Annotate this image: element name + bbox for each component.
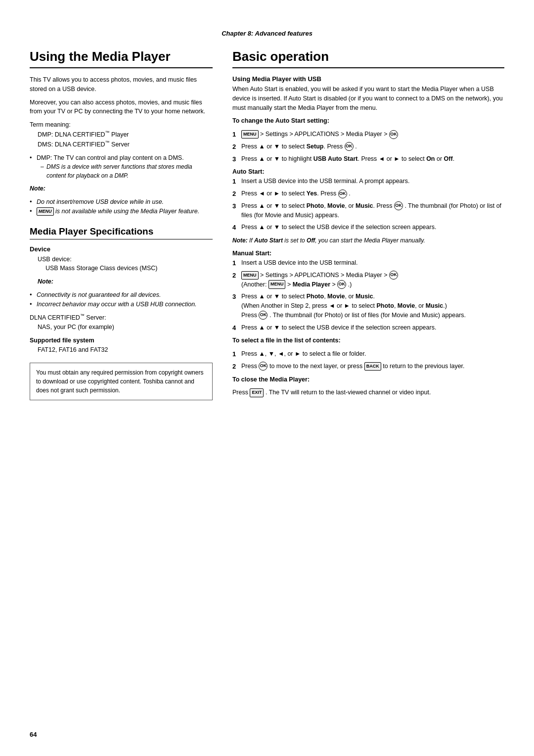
auto-start-heading: To change the Auto Start setting: bbox=[232, 116, 504, 126]
device-usb: USB device: USB Mass Storage Class devic… bbox=[38, 255, 213, 274]
change-step-1: 1 MENU > Settings > APPLICATIONS > Media… bbox=[232, 130, 504, 139]
supported-fs-label: Supported file system bbox=[30, 337, 213, 344]
ok-icon-manual2b: OK bbox=[337, 280, 346, 289]
page: Chapter 8: Advanced features Using the M… bbox=[0, 0, 534, 756]
menu-icon: MENU bbox=[37, 207, 54, 216]
menu-icon-manual2: MENU bbox=[241, 271, 259, 280]
device-label: Device bbox=[30, 245, 213, 253]
dmp-dms-list: DMP: The TV can control and play content… bbox=[30, 153, 213, 181]
ok-icon-auto3: OK bbox=[394, 201, 403, 210]
manual-step-4: 4 Press ▲ or ▼ to select the USB device … bbox=[232, 323, 504, 332]
back-icon: BACK bbox=[364, 362, 381, 371]
manual-step-1: 1 Insert a USB device into the USB termi… bbox=[232, 258, 504, 268]
ok-icon-step1: OK bbox=[389, 130, 398, 139]
auto-off-note: Note: If Auto Start is set to Off, you c… bbox=[232, 236, 504, 245]
usb-intro: When Auto Start is enabled, you will be … bbox=[232, 85, 504, 112]
manual-start-steps: 1 Insert a USB device into the USB termi… bbox=[232, 258, 504, 332]
auto-step-3: 3 Press ▲ or ▼ to select Photo, Movie, o… bbox=[232, 201, 504, 220]
term-meaning-label: Term meaning: DMP: DLNA CERTIFIED™ Playe… bbox=[30, 120, 213, 149]
left-column: Using the Media Player This TV allows yo… bbox=[30, 49, 213, 401]
copyright-box: You must obtain any required permission … bbox=[30, 363, 213, 400]
intro-text-2: Moreover, you can also access photos, mo… bbox=[30, 98, 213, 117]
auto-start-change-steps: 1 MENU > Settings > APPLICATIONS > Media… bbox=[232, 130, 504, 163]
ok-icon-manual3: OK bbox=[259, 311, 267, 320]
using-media-player-title: Using the Media Player bbox=[30, 49, 213, 68]
exit-icon: EXIT bbox=[250, 388, 264, 397]
close-heading: To close the Media Player: bbox=[232, 375, 504, 384]
manual-step-2: 2 MENU > Settings > APPLICATIONS > Media… bbox=[232, 271, 504, 289]
auto-step-1: 1 Insert a USB device into the USB termi… bbox=[232, 177, 504, 186]
basic-operation-title: Basic operation bbox=[232, 49, 504, 68]
note-label: Note: bbox=[30, 184, 213, 193]
manual-start-label: Manual Start: bbox=[232, 250, 504, 257]
right-column: Basic operation Using Media Player with … bbox=[232, 49, 504, 401]
spec-title: Media Player Specifications bbox=[30, 226, 213, 239]
auto-step-4: 4 Press ▲ or ▼ to select the USB device … bbox=[232, 223, 504, 232]
page-number: 64 bbox=[30, 731, 37, 738]
menu-icon-manual2b: MENU bbox=[268, 280, 286, 289]
two-column-layout: Using the Media Player This TV allows yo… bbox=[30, 49, 504, 401]
close-text: Press EXIT . The TV will return to the l… bbox=[232, 388, 504, 397]
file-select-steps: 1 Press ▲, ▼, ◄, or ► to select a file o… bbox=[232, 349, 504, 371]
ok-icon-file2: OK bbox=[259, 362, 267, 371]
usb-section-title: Using Media Player with USB bbox=[232, 75, 504, 83]
change-step-2: 2 Press ▲ or ▼ to select Setup. Press OK… bbox=[232, 142, 504, 151]
note2-item-2: Incorrect behavior may occur with a USB … bbox=[30, 300, 213, 309]
file-select-heading: To select a file in the list of contents… bbox=[232, 336, 504, 345]
file-step-1: 1 Press ▲, ▼, ◄, or ► to select a file o… bbox=[232, 349, 504, 359]
menu-icon-step1: MENU bbox=[241, 130, 259, 139]
note2-list: Connectivity is not guaranteed for all d… bbox=[30, 290, 213, 309]
chapter-header: Chapter 8: Advanced features bbox=[30, 30, 504, 37]
auto-step-2: 2 Press ◄ or ► to select Yes. Press OK . bbox=[232, 189, 504, 198]
chapter-header-text: Chapter 8: Advanced features bbox=[222, 30, 312, 37]
note2-label: Note: bbox=[38, 277, 213, 286]
file-step-2: 2 Press OK to move to the next layer, or… bbox=[232, 362, 504, 371]
auto-start-steps: 1 Insert a USB device into the USB termi… bbox=[232, 177, 504, 232]
change-step-3: 3 Press ▲ or ▼ to highlight USB Auto Sta… bbox=[232, 154, 504, 164]
note-list: Do not insert/remove USB device while in… bbox=[30, 197, 213, 216]
note-item-2: MENU is not available while using the Me… bbox=[30, 207, 213, 216]
dms-italic-item: DMS is a device with server functions th… bbox=[37, 162, 213, 180]
auto-start-label: Auto Start: bbox=[232, 168, 504, 175]
dlna-server-text: DLNA CERTIFIED™ Server: NAS, your PC (fo… bbox=[30, 313, 213, 332]
supported-fs-value: FAT12, FAT16 and FAT32 bbox=[38, 345, 213, 355]
manual-step-3: 3 Press ▲ or ▼ to select Photo, Movie, o… bbox=[232, 292, 504, 320]
note-item-1: Do not insert/remove USB device while in… bbox=[30, 197, 213, 207]
note2-item-1: Connectivity is not guaranteed for all d… bbox=[30, 290, 213, 300]
ok-icon-step2: OK bbox=[345, 142, 354, 151]
ok-icon-auto2: OK bbox=[338, 189, 347, 198]
intro-text-1: This TV allows you to access photos, mov… bbox=[30, 75, 213, 94]
dmp-item: DMP: The TV can control and play content… bbox=[30, 153, 213, 181]
ok-icon-manual2: OK bbox=[389, 271, 398, 280]
